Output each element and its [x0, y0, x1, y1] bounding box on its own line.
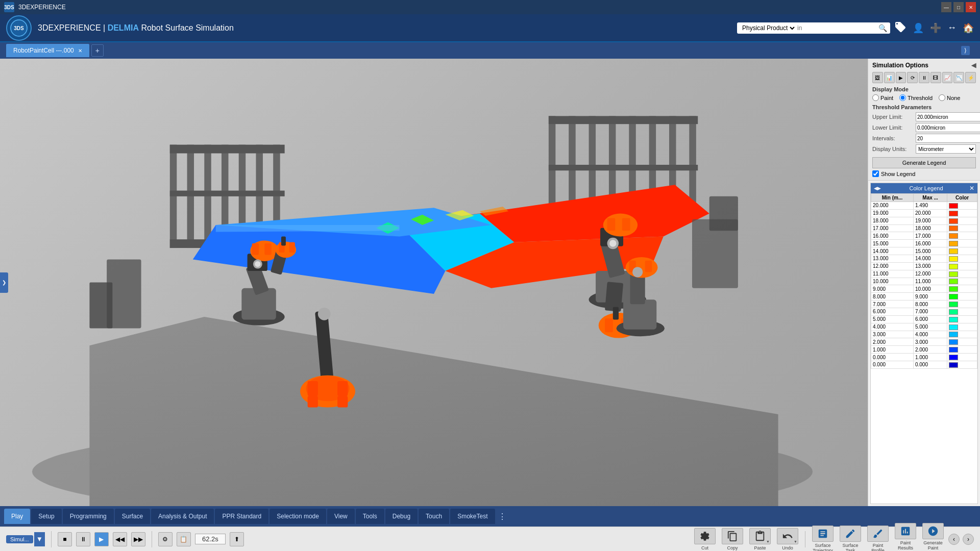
- stop-button[interactable]: ■: [58, 532, 72, 546]
- btab-selection[interactable]: Selection mode: [270, 509, 326, 524]
- collapse-button[interactable]: ◀: [971, 62, 976, 69]
- legend-max: 1.000: [913, 354, 947, 361]
- search-button[interactable]: 🔍: [878, 24, 887, 32]
- viewport[interactable]: [0, 59, 868, 506]
- legend-color: [947, 217, 977, 224]
- generate-paint-button[interactable]: [922, 523, 944, 539]
- pause-button[interactable]: ⏸: [76, 532, 90, 546]
- btab-debug[interactable]: Debug: [385, 509, 418, 524]
- radio-paint[interactable]: Paint: [872, 94, 893, 101]
- tb-btn-8[interactable]: 📉: [953, 72, 964, 83]
- legend-max: 8.000: [913, 300, 947, 308]
- lower-limit-input[interactable]: [916, 123, 980, 132]
- legend-color: [947, 262, 977, 270]
- col-max: Max ...: [913, 194, 947, 202]
- tb-btn-7[interactable]: 📈: [942, 72, 953, 83]
- radio-none[interactable]: None: [939, 94, 960, 101]
- legend-max: 3.000: [913, 338, 947, 346]
- show-legend-checkbox[interactable]: [872, 170, 879, 177]
- btab-view[interactable]: View: [327, 509, 355, 524]
- lower-limit-label: Lower Limit:: [872, 124, 916, 131]
- sidebar-toggle[interactable]: ❯: [0, 272, 8, 293]
- radio-threshold[interactable]: Threshold: [899, 94, 933, 101]
- surface-traj-group: SurfaceTrajectory: [811, 525, 835, 552]
- legend-min: 6.000: [871, 308, 914, 316]
- lower-limit-row: Lower Limit: ▲ ▼: [872, 123, 976, 132]
- close-button[interactable]: ✕: [966, 2, 976, 12]
- legend-table: Min (m... Max ... Color 20.000 1.490 19.…: [871, 193, 977, 369]
- minimize-button[interactable]: —: [941, 2, 951, 12]
- btab-surface[interactable]: Surface: [115, 509, 150, 524]
- copy-button[interactable]: [722, 528, 743, 544]
- btab-touch[interactable]: Touch: [419, 509, 449, 524]
- legend-min: 5.000: [871, 315, 914, 323]
- surface-task-button[interactable]: [840, 525, 861, 542]
- legend-color: [947, 323, 977, 331]
- prev-nav-button[interactable]: ‹: [948, 534, 960, 545]
- script-button[interactable]: 📋: [177, 532, 191, 546]
- tb-btn-4[interactable]: ⟳: [907, 72, 918, 83]
- user-button[interactable]: 👤: [913, 22, 924, 34]
- tab-robotpaintcell[interactable]: RobotPaintCell ---.000 ✕: [6, 44, 89, 57]
- display-units-select[interactable]: Micrometer: [916, 144, 976, 154]
- more-tabs-button[interactable]: ⋮: [498, 512, 506, 521]
- legend-close-button[interactable]: ✕: [969, 185, 974, 192]
- next-nav-button[interactable]: ›: [963, 534, 974, 545]
- cut-button[interactable]: [694, 528, 716, 544]
- btab-play[interactable]: Play: [4, 509, 30, 524]
- btab-ppr[interactable]: PPR Standard: [215, 509, 268, 524]
- home-button[interactable]: 🏠: [963, 22, 974, 34]
- legend-row: 10.000 11.000: [871, 278, 977, 285]
- btab-analysis[interactable]: Analysis & Output: [151, 509, 214, 524]
- undo-button[interactable]: ▼: [777, 528, 798, 544]
- radio-threshold-input[interactable]: [899, 94, 906, 101]
- tb-btn-5[interactable]: ⏸: [919, 72, 929, 83]
- tab-bar: RobotPaintCell ---.000 ✕ + ⟩: [0, 42, 980, 59]
- legend-color: [947, 232, 977, 240]
- paint-profile-button[interactable]: [867, 525, 889, 542]
- search-bar[interactable]: Physical Product 🔍: [737, 22, 890, 34]
- search-input[interactable]: [796, 23, 878, 33]
- tag-button[interactable]: [894, 21, 906, 35]
- radio-paint-input[interactable]: [872, 94, 879, 101]
- paste-button[interactable]: ▼: [749, 528, 771, 544]
- surface-trajectory-button[interactable]: [812, 525, 834, 542]
- right-panel: Simulation Options ◀ 🖼 📊 ▶ ⟳ ⏸ 🎞 📈 📉 ⚡ D…: [868, 59, 980, 506]
- generate-legend-button[interactable]: Generate Legend: [872, 157, 976, 168]
- add-button[interactable]: ➕: [930, 22, 941, 34]
- upper-limit-input[interactable]: [916, 112, 980, 121]
- rewind-button[interactable]: ◀◀: [113, 532, 127, 546]
- nav-button[interactable]: ↔: [947, 22, 957, 34]
- tb-btn-1[interactable]: 🖼: [872, 72, 883, 83]
- maximize-button[interactable]: □: [953, 2, 964, 12]
- tb-btn-3[interactable]: ▶: [896, 72, 906, 83]
- search-type-select[interactable]: Physical Product: [740, 24, 796, 32]
- svg-rect-24: [549, 165, 698, 170]
- play-button[interactable]: ▶: [94, 532, 109, 546]
- btab-smoketest[interactable]: SmokeTest: [450, 509, 495, 524]
- separator-3: [805, 531, 805, 547]
- btab-tools[interactable]: Tools: [356, 509, 384, 524]
- legend-row: 17.000 18.000: [871, 224, 977, 232]
- tb-btn-2[interactable]: 📊: [884, 72, 895, 83]
- paint-results-button[interactable]: [895, 523, 916, 539]
- export-button[interactable]: ⬆: [230, 532, 244, 546]
- sim-dropdown-button[interactable]: ▼: [34, 532, 45, 546]
- sim-selector: Simul... ▼: [6, 532, 45, 546]
- btab-setup[interactable]: Setup: [31, 509, 61, 524]
- add-tab-button[interactable]: +: [91, 44, 104, 57]
- forward-button[interactable]: ▶▶: [131, 532, 145, 546]
- radio-none-input[interactable]: [939, 94, 945, 101]
- expand-right-button[interactable]: ⟩: [961, 46, 970, 55]
- intervals-input[interactable]: [916, 134, 980, 143]
- intervals-row: Intervals: ▲ ▼: [872, 134, 976, 143]
- legend-color: [947, 354, 977, 361]
- tb-btn-9[interactable]: ⚡: [965, 72, 976, 83]
- tab-close-button[interactable]: ✕: [78, 48, 82, 54]
- time-display: 62.2s: [195, 534, 226, 544]
- tb-btn-6[interactable]: 🎞: [930, 72, 941, 83]
- settings-button[interactable]: ⚙: [158, 532, 173, 546]
- btab-programming[interactable]: Programming: [63, 509, 114, 524]
- svg-marker-34: [216, 225, 400, 232]
- svg-rect-81: [709, 196, 738, 231]
